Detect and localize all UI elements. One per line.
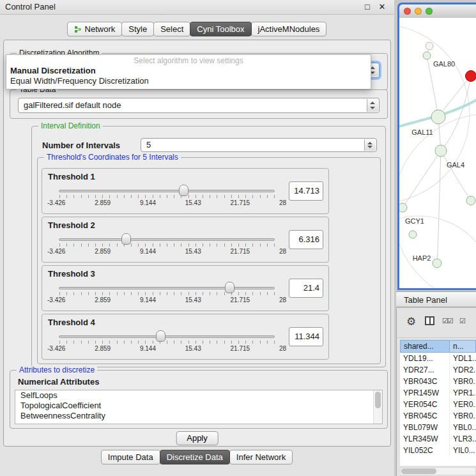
cell-shared-name[interactable]: YDL19... — [400, 353, 450, 364]
number-of-intervals-combobox[interactable]: 5 — [141, 138, 377, 152]
tab-network[interactable]: Network — [67, 22, 123, 36]
list-item[interactable]: BetweennessCentrality — [15, 411, 382, 421]
dropdown-option-equal-width-frequency[interactable]: Equal Width/Frequency Discretization — [6, 76, 371, 86]
node-red[interactable] — [466, 71, 476, 82]
window-title: Control Panel — [5, 0, 56, 14]
threshold-value-field[interactable]: 6.316 — [289, 230, 323, 249]
slider-ticks — [59, 243, 276, 247]
slider-track[interactable] — [59, 190, 275, 192]
cell-shared-name[interactable]: YBR045C — [400, 410, 450, 422]
cell-shared-name[interactable]: YPR145W — [400, 387, 450, 399]
scale-tick-label: 2.859 — [95, 248, 111, 255]
dropdown-placeholder: Select algorithm to view settings — [6, 56, 371, 66]
cell-name[interactable]: YDL1... — [450, 353, 476, 364]
node-gal4[interactable] — [435, 145, 447, 157]
table-data-combobox[interactable]: galFiltered.sif default node — [18, 98, 380, 113]
tab-cyni-toolbox[interactable]: Cyni Toolbox — [190, 22, 251, 36]
cell-shared-name[interactable]: YBR043C — [400, 376, 450, 387]
cell-name[interactable]: YPR1... — [450, 387, 476, 399]
scale-tick-label: 28 — [279, 248, 286, 255]
column-header-shared-name[interactable]: shared... — [400, 340, 450, 353]
float-window-icon[interactable]: □ — [362, 0, 373, 14]
columns-icon[interactable] — [425, 316, 434, 325]
zoom-traffic-light-icon[interactable] — [426, 8, 433, 15]
tab-infer-network[interactable]: Infer Network — [229, 450, 293, 464]
numerical-attributes-list[interactable]: SelfLoops TopologicalCoefficient Between… — [15, 390, 383, 424]
network-view-window: GAL80 GAL11 GAL4 GCY1 HAP2 — [397, 3, 476, 290]
tab-jactivemnodules[interactable]: jActiveMNodules — [251, 22, 327, 36]
node-label-gal11: GAL11 — [411, 128, 433, 136]
table-row[interactable]: YBL079WYBL0... — [400, 422, 476, 433]
cell-name[interactable]: YLR3... — [450, 433, 476, 445]
node[interactable] — [466, 196, 475, 205]
table-horizontal-scrollbar[interactable] — [400, 467, 476, 475]
cell-shared-name[interactable]: YDR27... — [400, 364, 450, 376]
slider-track[interactable] — [59, 287, 275, 289]
threshold-value-field[interactable]: 21.4 — [289, 279, 323, 298]
apply-button[interactable]: Apply — [176, 431, 219, 445]
cell-name[interactable]: YBL0... — [450, 422, 476, 433]
slider-scale: -3.426 2.859 9.144 15.43 21.715 28 — [47, 345, 286, 352]
scale-tick-label: 21.715 — [231, 199, 250, 206]
slider-ticks — [59, 195, 276, 198]
close-traffic-light-icon[interactable] — [404, 8, 411, 15]
node-label-gcy1: GCY1 — [405, 217, 424, 225]
node-gal11[interactable] — [431, 110, 445, 124]
table-row[interactable]: YPR145WYPR1... — [400, 387, 476, 399]
select-all-checkbox-icon[interactable]: ☑☑ — [442, 317, 452, 325]
list-item[interactable]: TopologicalCoefficient — [15, 401, 382, 411]
tab-discretize-data[interactable]: Discretize Data — [160, 450, 230, 464]
cell-name[interactable]: YDR2... — [450, 364, 476, 376]
table-row[interactable]: YIL052CYIL0... — [400, 445, 476, 456]
cell-name[interactable]: YBR0... — [450, 410, 476, 422]
tab-impute-data[interactable]: Impute Data — [101, 450, 160, 464]
node[interactable] — [423, 52, 431, 59]
table-row[interactable]: YBR045CYBR0... — [400, 410, 476, 422]
threshold-value-field[interactable]: 11.344 — [289, 327, 323, 346]
list-vertical-scrollbar[interactable] — [373, 390, 382, 424]
table-row[interactable]: YDR27...YDR2... — [400, 364, 476, 376]
node[interactable] — [409, 231, 417, 238]
cell-name[interactable]: YBR0... — [450, 376, 476, 387]
cell-name[interactable]: YER0... — [450, 399, 476, 410]
cell-shared-name[interactable]: YLR345W — [400, 433, 450, 445]
checkbox-icon[interactable]: ☑ — [459, 317, 466, 325]
cell-shared-name[interactable]: YER054C — [400, 399, 450, 410]
cell-name[interactable]: YIL0... — [450, 445, 476, 456]
column-header-name[interactable]: n... — [450, 340, 476, 353]
table-row[interactable]: YER054CYER0... — [400, 399, 476, 410]
dropdown-option-manual-discretization[interactable]: Manual Discretization — [6, 66, 371, 76]
group-label: Attributes to discretize — [17, 365, 97, 375]
combo-stepper-icon[interactable] — [364, 139, 376, 151]
tab-style[interactable]: Style — [121, 22, 154, 36]
table-row[interactable]: YBR043CYBR0... — [400, 376, 476, 387]
slider-ticks — [59, 292, 276, 295]
scrollbar-thumb[interactable] — [401, 468, 436, 474]
scale-tick-label: 28 — [279, 296, 286, 303]
combo-stepper-icon[interactable] — [367, 99, 378, 112]
cell-shared-name[interactable]: YBL079W — [400, 422, 450, 433]
gear-icon[interactable]: ⚙ — [406, 315, 416, 328]
table-row[interactable]: YDL19...YDL1... — [400, 353, 476, 364]
list-item[interactable]: SelfLoops — [15, 390, 382, 401]
scale-tick-label: 9.144 — [140, 248, 156, 255]
node-gcy1[interactable] — [399, 203, 407, 212]
cell-shared-name[interactable]: YIL052C — [400, 445, 450, 456]
node-label-gal80: GAL80 — [433, 60, 455, 68]
slider-track[interactable] — [59, 335, 275, 338]
scale-tick-label: 15.43 — [185, 345, 201, 352]
threshold-3-panel: Threshold 3 -3.426 2.859 9.144 15.43 21.… — [42, 265, 329, 311]
minimize-traffic-light-icon[interactable] — [415, 8, 422, 15]
network-canvas[interactable]: GAL80 GAL11 GAL4 GCY1 HAP2 — [399, 18, 476, 288]
top-tab-bar: Network Style Select Cyni Toolbox jActiv… — [0, 22, 394, 36]
thresholds-coordinates-group: Threshold's Coordinates for 5 Intervals … — [37, 157, 381, 364]
close-window-icon[interactable]: ✕ — [376, 0, 388, 14]
threshold-value-field[interactable]: 14.713 — [289, 181, 323, 201]
table-row[interactable]: YLR345WYLR3... — [400, 433, 476, 445]
table-toolbar: ⚙ ☑☑ ☑ — [397, 308, 476, 338]
scrollbar-thumb[interactable] — [375, 392, 381, 408]
tab-label: Infer Network — [236, 452, 286, 462]
node-hap2[interactable] — [433, 259, 441, 268]
tab-select[interactable]: Select — [153, 22, 190, 36]
slider-track[interactable] — [59, 238, 275, 241]
